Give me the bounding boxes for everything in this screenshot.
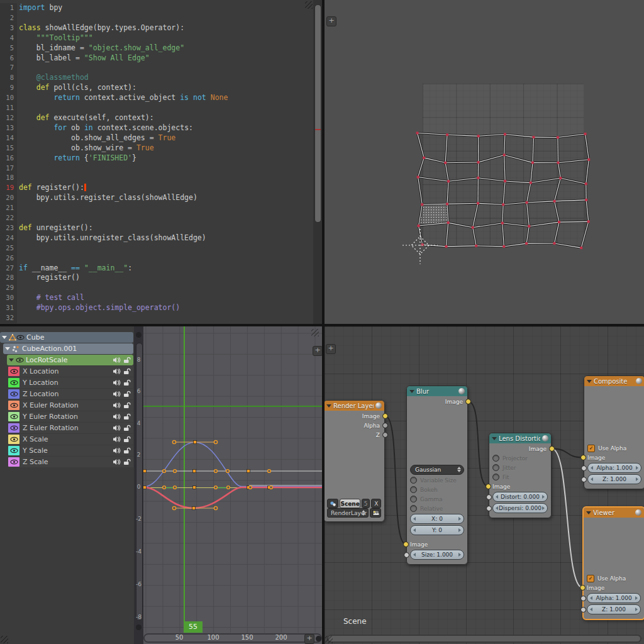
mesh-vertex[interactable]: [530, 182, 532, 184]
eye-icon[interactable]: [10, 368, 18, 375]
channel-z-location[interactable]: Z Location: [8, 389, 133, 399]
lock-icon[interactable]: [123, 436, 131, 443]
render-icon[interactable]: [370, 508, 381, 518]
mesh-vertex[interactable]: [585, 199, 587, 201]
mesh-vertex[interactable]: [504, 133, 506, 135]
collapse-triangle-icon[interactable]: [586, 511, 591, 514]
mesh-vertex[interactable]: [584, 133, 587, 135]
lock-icon[interactable]: [123, 413, 131, 420]
slider-z[interactable]: Z: 1.000: [587, 604, 641, 614]
mute-speaker-icon[interactable]: [113, 436, 121, 443]
lock-icon[interactable]: [123, 391, 131, 397]
text-editor-scrollbar-thumb[interactable]: [314, 4, 321, 223]
code-line[interactable]: 28 register(): [0, 273, 322, 283]
code-line[interactable]: 11: [0, 103, 322, 113]
slider-alpha[interactable]: Alpha: 1.000: [587, 593, 641, 603]
mesh-vertex[interactable]: [502, 245, 505, 248]
code-line[interactable]: 12 def execute(self, context):: [0, 113, 322, 123]
checkbox-circle-icon[interactable]: [410, 486, 417, 493]
mesh-face[interactable]: [445, 135, 478, 163]
code-text[interactable]: 1 import bpy 2 3 class showAllEdge(bpy.t…: [0, 3, 322, 323]
checked-icon[interactable]: ✓: [587, 575, 594, 582]
mesh-vertex[interactable]: [418, 225, 420, 227]
graph-vscroll-thumb[interactable]: [136, 343, 143, 621]
checkbox-fit[interactable]: Fit: [492, 473, 548, 481]
node-viewer[interactable]: Viewer ✓Use AlphaImage Alpha: 1.000 Z: 1…: [582, 506, 644, 620]
mesh-face[interactable]: [558, 134, 589, 163]
node-lens-distortion[interactable]: Lens Distortion Image Projector Jitter F…: [489, 433, 552, 518]
code-line[interactable]: 30 # test call: [0, 293, 322, 303]
channel-x-scale[interactable]: X Scale: [8, 434, 133, 445]
code-line[interactable]: 8 @classmethod: [0, 73, 322, 83]
unlink-button[interactable]: X: [371, 499, 381, 508]
checkbox-circle-icon[interactable]: [410, 496, 417, 502]
mesh-vertex[interactable]: [587, 158, 590, 161]
mesh-vertex[interactable]: [501, 222, 504, 225]
code-line[interactable]: 5 bl_idname = "object.show_all_edge": [0, 43, 322, 53]
mesh-vertex[interactable]: [423, 157, 425, 159]
area-corner-grip[interactable]: [311, 329, 319, 336]
mesh-vertex[interactable]: [477, 202, 479, 204]
code-line[interactable]: 31 #bpy.ops.object.simple_operator(): [0, 303, 322, 313]
checkbox-circle-icon[interactable]: [492, 455, 499, 462]
output-socket[interactable]: [382, 423, 388, 428]
node-editor-area[interactable]: Render Layers Image Alpha Z Scene 5 X Re…: [325, 326, 644, 644]
input-socket[interactable]: [486, 494, 492, 500]
input-socket[interactable]: [404, 552, 409, 558]
code-line[interactable]: 20 bpy.utils.register_class(showAllEdge): [0, 193, 322, 203]
lock-icon[interactable]: [123, 447, 131, 454]
mesh-vertex[interactable]: [559, 177, 562, 179]
disclosure-triangle-icon[interactable]: [2, 336, 7, 339]
eye-icon[interactable]: [10, 447, 18, 454]
mesh-vertex[interactable]: [585, 182, 587, 185]
input-socket[interactable]: [580, 596, 586, 601]
scrollbar-zoom-dot[interactable]: [136, 332, 142, 338]
mesh-vertex[interactable]: [446, 203, 448, 205]
mute-speaker-icon[interactable]: [113, 357, 121, 364]
channel-x-location[interactable]: X Location: [8, 366, 133, 377]
input-socket[interactable]: [580, 607, 586, 613]
mesh-face[interactable]: [478, 178, 505, 205]
node-blur[interactable]: Blur Image Gaussian Variable Size Bokeh …: [406, 386, 468, 565]
area-corner-grip[interactable]: [325, 636, 333, 643]
checkbox-gamma[interactable]: Gamma: [410, 495, 464, 503]
input-socket[interactable]: [486, 484, 491, 489]
scene-name-button[interactable]: Scene: [340, 499, 360, 508]
channel-header-cube[interactable]: Cube: [0, 332, 133, 343]
mesh-vertex[interactable]: [526, 201, 528, 204]
user-count-button[interactable]: 5: [362, 499, 370, 508]
eye-icon[interactable]: [10, 425, 18, 431]
eye-icon[interactable]: [10, 458, 18, 465]
eye-icon[interactable]: [10, 391, 18, 397]
collapse-triangle-icon[interactable]: [326, 404, 331, 408]
slider-y[interactable]: Y: 0: [410, 525, 464, 535]
lock-icon[interactable]: [123, 357, 131, 364]
dropdown-gaussian[interactable]: Gaussian: [410, 465, 464, 475]
lock-icon[interactable]: [123, 379, 131, 386]
viewport-area[interactable]: +: [325, 0, 644, 324]
lock-icon[interactable]: [123, 402, 131, 409]
code-line[interactable]: 21: [0, 203, 322, 213]
mesh-vertex[interactable]: [503, 153, 506, 156]
mute-speaker-icon[interactable]: [113, 425, 121, 431]
code-line[interactable]: 4 """Tooltip""": [0, 33, 322, 43]
mute-speaker-icon[interactable]: [113, 391, 121, 397]
mesh-vertex[interactable]: [444, 162, 447, 164]
code-line[interactable]: 10 return context.active_object is not N…: [0, 93, 322, 103]
code-line[interactable]: 25: [0, 243, 322, 253]
mesh-vertex[interactable]: [531, 162, 534, 164]
channel-z-scale[interactable]: Z Scale: [8, 457, 133, 467]
code-line[interactable]: 26: [0, 253, 322, 264]
code-line[interactable]: 23 def unregister():: [0, 223, 322, 233]
node-header[interactable]: Composite: [584, 376, 644, 386]
checkbox-use-alpha[interactable]: ✓Use Alpha: [587, 574, 641, 582]
mute-speaker-icon[interactable]: [113, 447, 121, 454]
mesh-vertex[interactable]: [477, 135, 480, 137]
output-socket[interactable]: [382, 413, 388, 419]
mute-speaker-icon[interactable]: [113, 379, 121, 386]
collapse-triangle-icon[interactable]: [492, 437, 497, 440]
slider-dispersi[interactable]: Dispersi: 0.000: [492, 503, 548, 513]
mesh-vertex[interactable]: [445, 245, 448, 248]
channel-x-euler-rotation[interactable]: X Euler Rotation: [8, 400, 133, 411]
checkbox-jitter[interactable]: Jitter: [492, 464, 548, 472]
